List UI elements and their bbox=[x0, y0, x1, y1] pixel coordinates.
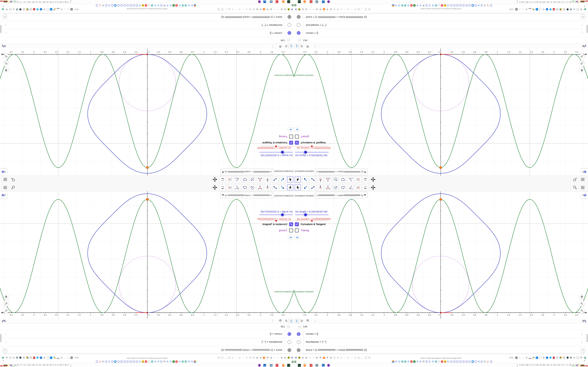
translate-box-icon[interactable]: A bbox=[70, 8, 73, 11]
globe-color-icon[interactable] bbox=[26, 356, 29, 359]
taskbar-app-display-capture[interactable] bbox=[269, 364, 273, 367]
info-icon[interactable]: i bbox=[148, 360, 151, 363]
teal-icon[interactable] bbox=[181, 4, 184, 7]
trace-point[interactable] bbox=[147, 312, 148, 313]
algebra-row[interactable]: funcs = {1.000000000000 + cos(4.00000000… bbox=[294, 346, 588, 354]
trace-point[interactable] bbox=[147, 54, 148, 55]
function-view-icon[interactable] bbox=[582, 44, 587, 48]
curvature-tangent-checkbox-label[interactable]: Curvature & Tangent bbox=[262, 223, 287, 226]
star-icon[interactable]: ☆ bbox=[518, 8, 521, 11]
zoom-in-button[interactable] bbox=[579, 61, 585, 66]
curvature-value-point[interactable] bbox=[146, 198, 148, 201]
ggb-icon[interactable] bbox=[459, 4, 462, 7]
translate-box-icon[interactable]: A bbox=[515, 8, 518, 11]
move-tool-button[interactable] bbox=[295, 176, 301, 183]
g-icon[interactable]: G bbox=[138, 4, 141, 7]
move-graphics-tool-button[interactable] bbox=[212, 176, 218, 183]
algebra-row[interactable]: funcs = {1.000000000000 + cos(4.00000000… bbox=[0, 346, 294, 354]
ggb-icon[interactable] bbox=[132, 4, 135, 7]
curvature-tangent-checkbox[interactable]: ✓ bbox=[295, 222, 299, 226]
hamburger-menu-icon[interactable] bbox=[580, 185, 585, 191]
gear-icon[interactable]: ⚙ bbox=[102, 4, 105, 7]
arrow-right-icon[interactable]: → bbox=[63, 8, 66, 11]
arc-position-slider-knob[interactable] bbox=[275, 145, 277, 147]
uo-badge-icon[interactable] bbox=[566, 8, 569, 11]
yandex-icon[interactable]: Я bbox=[175, 360, 178, 363]
ggb-icon[interactable] bbox=[453, 4, 456, 7]
algebra-scrollbar[interactable] bbox=[587, 334, 588, 342]
g-icon[interactable]: G bbox=[407, 4, 410, 7]
row-kebab-menu[interactable]: ⋮ bbox=[581, 31, 583, 35]
stylebar-kebab-menu[interactable]: ⋮ bbox=[314, 319, 317, 322]
taskbar-app-floppy-64[interactable]: 64 bbox=[263, 364, 267, 367]
algebra-row[interactable]: curves = {}⋮ bbox=[0, 330, 294, 338]
move-graphics-tool-button[interactable] bbox=[212, 184, 218, 191]
taskbar-app-floppy-64[interactable]: 64 bbox=[263, 0, 267, 3]
teal-icon[interactable] bbox=[151, 4, 154, 7]
red-circle-icon[interactable] bbox=[33, 8, 36, 11]
point-tool-button[interactable] bbox=[302, 184, 308, 191]
globe-gray-icon[interactable]: ⊕ bbox=[12, 8, 15, 11]
curvature-function-input[interactable]: 1.000000000000 + cos(4.000000000000 x) bbox=[221, 169, 273, 175]
wiki-icon[interactable]: W bbox=[163, 360, 166, 363]
chat-icon[interactable] bbox=[471, 360, 474, 363]
yandex-icon[interactable]: Я bbox=[410, 4, 413, 7]
globe-color-icon[interactable] bbox=[559, 356, 562, 359]
visibility-toggle-dot[interactable] bbox=[297, 15, 301, 19]
ggb-icon[interactable] bbox=[456, 4, 459, 7]
curvature-tangent-checkbox-label[interactable]: Curvature & Tangent bbox=[262, 141, 287, 144]
green-v-icon[interactable]: V bbox=[172, 360, 175, 363]
g-icon[interactable]: G bbox=[407, 360, 410, 363]
arc-length-slider-knob[interactable] bbox=[281, 151, 284, 154]
taskbar-app-terminal[interactable] bbox=[287, 0, 291, 3]
ggb-icon[interactable] bbox=[480, 360, 483, 363]
row-kebab-menu[interactable]: ⋮ bbox=[5, 31, 7, 35]
dropdown-caret-icon[interactable] bbox=[222, 171, 224, 173]
dropdown-caret-icon[interactable] bbox=[222, 194, 224, 196]
fb-icon[interactable]: f bbox=[99, 360, 102, 363]
ggb-icon[interactable] bbox=[117, 4, 120, 7]
ggb-icon[interactable] bbox=[105, 360, 108, 363]
wiki-icon[interactable]: W bbox=[422, 360, 425, 363]
taskbar-app-display-capture[interactable] bbox=[315, 364, 319, 367]
curvature-tangent-checkbox[interactable]: ✓ bbox=[289, 222, 293, 226]
taskbar-app-terminal[interactable] bbox=[297, 0, 301, 3]
g-icon[interactable]: G bbox=[138, 360, 141, 363]
visibility-toggle-dot[interactable] bbox=[287, 332, 291, 336]
play-step-button[interactable] bbox=[294, 127, 300, 132]
plot-canvas[interactable]: -2.4-2.2-2-1.8-1.6-1.4-1.2-1-0.8-0.6-0.4… bbox=[294, 48, 588, 176]
ggb-icon[interactable] bbox=[111, 360, 114, 363]
arc-position-slider-knob[interactable] bbox=[311, 220, 313, 222]
taskbar-app-firefox[interactable] bbox=[282, 0, 285, 3]
monitor-expand-icon[interactable]: ∧∨ bbox=[517, 0, 518, 3]
plot-canvas[interactable]: -2.4-2.2-2-1.8-1.6-1.4-1.2-1-0.8-0.6-0.4… bbox=[294, 191, 588, 319]
teal-icon[interactable] bbox=[181, 360, 184, 363]
translate-box-icon[interactable]: A bbox=[515, 356, 518, 359]
globe-gray-icon[interactable]: ⊕ bbox=[573, 356, 576, 359]
tree-view-toggle-button[interactable] bbox=[288, 319, 293, 323]
fullscreen-button[interactable] bbox=[580, 347, 586, 352]
ggb-icon[interactable] bbox=[120, 4, 123, 7]
ggb-icon[interactable] bbox=[129, 4, 132, 7]
home-view-button[interactable] bbox=[3, 68, 9, 73]
arrow-right-icon[interactable]: → bbox=[522, 8, 525, 11]
circle-tool-button[interactable] bbox=[250, 176, 256, 183]
gear-icon[interactable]: ⚙ bbox=[43, 356, 46, 359]
move-graphics-tool-button[interactable] bbox=[370, 176, 376, 183]
ggb-icon[interactable] bbox=[425, 360, 428, 363]
point-tool-button[interactable] bbox=[302, 176, 308, 183]
algebra-row[interactable]: funcNames = {" "}⋮ bbox=[0, 21, 294, 29]
collapse-list-button[interactable]: − bbox=[287, 325, 290, 328]
g-icon[interactable]: G bbox=[166, 4, 169, 7]
wrench-icon[interactable]: ⚒ bbox=[5, 356, 9, 359]
curvature-value-point[interactable] bbox=[146, 167, 148, 169]
g-icon[interactable]: G bbox=[447, 4, 450, 7]
row-kebab-menu[interactable]: ⋮ bbox=[581, 341, 583, 344]
zoom-out-button[interactable] bbox=[3, 54, 9, 59]
teal-icon[interactable] bbox=[434, 4, 437, 7]
graphics-view[interactable]: -2.4-2.2-2-1.8-1.6-1.4-1.2-1-0.8-0.6-0.4… bbox=[294, 48, 588, 176]
chat-icon[interactable] bbox=[114, 360, 117, 363]
row-kebab-menu[interactable]: ⋮ bbox=[5, 341, 7, 344]
shield-gray-icon[interactable] bbox=[16, 356, 18, 359]
globe-gray-icon[interactable]: ⊕ bbox=[573, 8, 576, 11]
